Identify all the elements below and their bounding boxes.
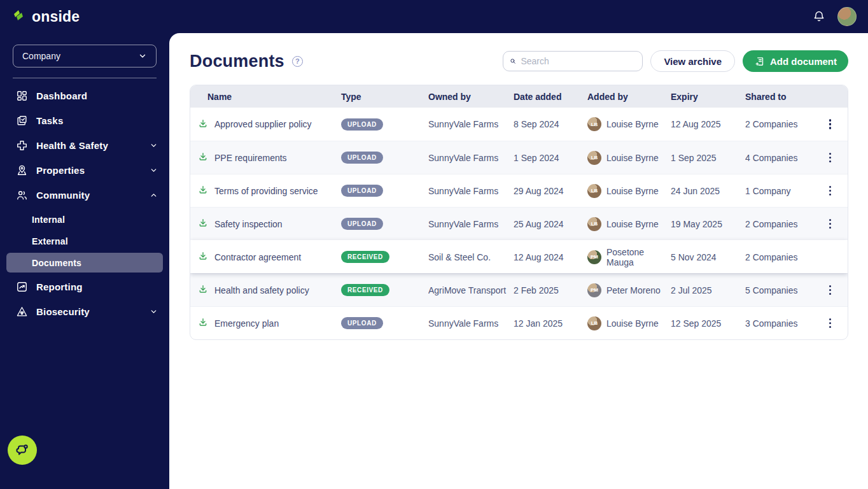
added-by-value: Louise Byrne [606,186,659,196]
sidebar-item-label: Biosecurity [36,306,141,317]
owned-by-value: SunnyVale Farms [428,119,514,129]
owned-by-value: AgriMove Transport [428,285,514,295]
kebab-menu-icon[interactable] [827,283,834,298]
document-name: Contractor agreement [214,252,301,262]
expiry-value: 2 Jul 2025 [671,285,745,295]
notification-bell-icon[interactable] [812,10,826,24]
download-icon[interactable] [198,185,208,197]
date-added-value: 12 Aug 2024 [514,252,587,262]
sidebar-item-tasks[interactable]: Tasks [0,108,169,133]
table-row[interactable]: Emergency plan UPLOAD SunnyVale Farms 12… [190,306,848,339]
kebab-menu-icon[interactable] [827,216,834,232]
kebab-menu-icon[interactable] [814,250,816,265]
chat-button[interactable] [8,436,37,465]
table-row[interactable]: Health and safety policy RECEIVED AgriMo… [190,273,848,306]
owned-by-value: SunnyVale Farms [428,186,514,196]
sidebar-item-internal[interactable]: Internal [6,209,163,229]
added-by-value: Posetone Mauga [606,247,666,267]
shared-to-value: 2 Companies [745,119,814,129]
column-header-date-added: Date added [514,92,587,102]
document-name: Emergency plan [214,318,279,329]
sidebar-item-properties[interactable]: Properties [0,158,169,183]
sidebar-item-label: Reporting [36,281,158,292]
kebab-menu-icon[interactable] [827,150,834,166]
type-badge: RECEIVED [341,284,389,296]
table-row[interactable]: Terms of providing service UPLOAD SunnyV… [190,174,848,207]
expiry-value: 1 Sep 2025 [671,153,745,163]
brand-logo[interactable]: onside [11,8,80,25]
expiry-value: 12 Sep 2025 [671,318,745,329]
sidebar-item-reporting[interactable]: Reporting [0,274,169,299]
owned-by-value: SunnyVale Farms [428,219,514,229]
added-by-value: Peter Moreno [606,285,661,295]
download-icon[interactable] [198,317,208,329]
sidebar-item-health-safety[interactable]: Health & Safety [0,133,169,158]
date-added-value: 1 Sep 2024 [514,153,587,163]
avatar: LB [587,316,601,330]
added-by-value: Louise Byrne [606,219,659,229]
download-icon[interactable] [198,218,208,230]
search-box[interactable] [503,51,643,71]
document-name: PPE requirements [214,153,287,163]
added-by-value: Louise Byrne [606,119,659,129]
column-header-owned-by: Owned by [428,92,514,102]
sidebar-item-documents[interactable]: Documents [6,253,163,273]
kebab-menu-icon[interactable] [827,117,834,132]
type-badge: UPLOAD [341,118,383,131]
table-row[interactable]: Approved supplier policy UPLOAD SunnyVal… [190,108,848,141]
date-added-value: 29 Aug 2024 [514,186,587,196]
expiry-value: 19 May 2025 [671,219,745,229]
avatar: LB [587,117,601,131]
shared-to-value: 2 Companies [745,252,814,262]
search-input[interactable] [521,56,636,66]
dashboard-grid-icon [15,90,28,103]
owned-by-value: SunnyVale Farms [428,153,514,163]
date-added-value: 25 Aug 2024 [514,219,587,229]
user-avatar[interactable] [837,7,857,26]
chevron-down-icon [149,308,158,316]
download-icon[interactable] [198,152,208,164]
column-header-added-by: Added by [587,92,671,102]
download-icon[interactable] [198,118,208,131]
added-by-value: Louise Byrne [606,318,659,329]
table-body: Approved supplier policy UPLOAD SunnyVal… [190,108,848,339]
avatar: LB [587,217,601,231]
company-selector[interactable]: Company [13,45,157,67]
column-header-shared-to: Shared to [745,92,814,102]
onside-leaf-icon [11,8,27,25]
date-added-value: 8 Sep 2024 [514,119,587,129]
column-header-expiry: Expiry [671,92,745,102]
help-icon[interactable]: ? [292,56,303,67]
table-row[interactable]: Safety inspection UPLOAD SunnyVale Farms… [190,207,848,240]
search-icon [510,56,516,66]
sidebar-item-external[interactable]: External [6,231,163,251]
sidebar-item-label: Tasks [36,115,158,126]
sidebar-subitem-label: External [32,236,68,246]
shared-to-value: 5 Companies [745,285,814,295]
biohazard-triangle-icon [15,306,28,318]
chevron-down-icon [149,166,158,175]
download-icon[interactable] [198,251,208,263]
kebab-menu-icon[interactable] [827,316,834,331]
table-row[interactable]: Contractor agreement RECEIVED Soil & Ste… [190,240,848,273]
avatar: LB [587,184,601,198]
add-document-button[interactable]: Add document [743,50,848,72]
document-name: Terms of providing service [214,186,318,196]
map-pin-icon [15,164,28,177]
sidebar-item-community[interactable]: Community [0,183,169,208]
type-badge: UPLOAD [341,317,383,329]
kebab-menu-icon[interactable] [827,183,834,199]
sidebar-item-dashboard[interactable]: Dashboard [0,83,169,108]
download-icon[interactable] [198,284,208,296]
sidebar-subitem-label: Documents [32,258,81,268]
type-badge: UPLOAD [341,185,383,197]
sidebar-item-biosecurity[interactable]: Biosecurity [0,299,169,324]
shared-to-value: 2 Companies [745,219,814,229]
expiry-value: 5 Nov 2024 [671,252,745,262]
add-document-label: Add document [770,56,837,67]
shared-to-value: 1 Company [745,186,814,196]
table-row[interactable]: PPE requirements UPLOAD SunnyVale Farms … [190,141,848,174]
sidebar-subitem-label: Internal [32,215,65,225]
view-archive-button[interactable]: View archive [650,50,735,72]
chevron-up-icon [149,191,158,200]
